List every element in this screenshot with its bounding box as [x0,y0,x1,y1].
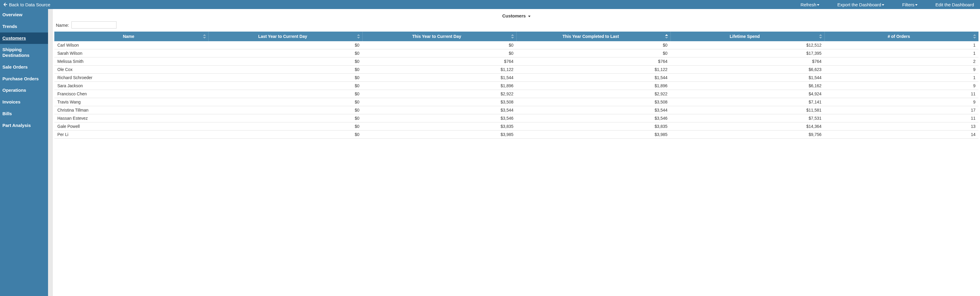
sidebar-item-operations[interactable]: Operations [0,85,48,96]
cell-name: Hassan Estevez [54,114,208,122]
sort-icon [973,34,976,38]
cell-orders: 13 [824,122,978,131]
cell-orders: 2 [824,58,978,66]
column-this-year-to-current-day[interactable]: This Year to Current Day [363,32,516,41]
cell-last-year: $0 [208,50,363,58]
top-menu-refresh[interactable]: Refresh [800,2,819,7]
sort-icon [511,34,514,38]
back-to-data-source-link[interactable]: Back to Data Source [3,2,51,7]
column-lifetime-spend[interactable]: Lifetime Spend [670,32,824,41]
cell-lifetime: $12,512 [670,41,824,50]
cell-this-year: $764 [363,58,516,66]
cell-completed: $0 [516,41,670,50]
main: Customers Name: NameLast Year to Current… [53,9,980,296]
cell-orders: 9 [824,66,978,74]
cell-this-year: $1,896 [363,82,516,90]
table-row[interactable]: Richard Schroeder$0$1,544$1,544$1,5441 [54,74,978,82]
sidebar-item-part-analysis[interactable]: Part Analysis [0,120,48,131]
cell-lifetime: $7,141 [670,98,824,106]
sidebar-item-purchase-orders[interactable]: Purchase Orders [0,73,48,85]
table-row[interactable]: Carl Wilson$0$0$0$12,5121 [54,41,978,50]
section-title-dropdown[interactable]: Customers [53,12,980,21]
cell-orders: 1 [824,41,978,50]
table-row[interactable]: Francisco Chen$0$2,922$2,922$4,92411 [54,90,978,98]
cell-name: Ole Cox [54,66,208,74]
cell-name: Travis Wang [54,98,208,106]
cell-last-year: $0 [208,122,363,131]
top-menu-edit-the-dashboard[interactable]: Edit the Dashboard [935,2,974,7]
cell-lifetime: $6,162 [670,82,824,90]
sort-icon [819,34,822,38]
top-menu: RefreshExport the DashboardFiltersEdit t… [800,2,977,7]
cell-last-year: $0 [208,131,363,139]
name-filter-input[interactable] [72,21,116,29]
sidebar-item-sale-orders[interactable]: Sale Orders [0,61,48,73]
sidebar-item-trends[interactable]: Trends [0,21,48,32]
arrow-left-icon [3,2,7,6]
filter-row: Name: [53,21,980,32]
sidebar-item-customers[interactable]: Customers [0,32,48,44]
cell-completed: $764 [516,58,670,66]
cell-name: Christina Tillman [54,106,208,114]
column-label: Name [123,34,134,39]
cell-completed: $1,122 [516,66,670,74]
sidebar: OverviewTrendsCustomersShipping Destinat… [0,9,48,296]
cell-last-year: $0 [208,82,363,90]
cell-lifetime: $14,364 [670,122,824,131]
table-row[interactable]: Sarah Wilson$0$0$0$17,3951 [54,50,978,58]
table-row[interactable]: Travis Wang$0$3,508$3,508$7,1419 [54,98,978,106]
column-this-year-completed-to-last[interactable]: This Year Completed to Last [516,32,670,41]
cell-orders: 9 [824,98,978,106]
cell-last-year: $0 [208,41,363,50]
cell-this-year: $3,835 [363,122,516,131]
table-row[interactable]: Ole Cox$0$1,122$1,122$6,6239 [54,66,978,74]
cell-last-year: $0 [208,98,363,106]
column-name[interactable]: Name [54,32,208,41]
sidebar-item-bills[interactable]: Bills [0,108,48,120]
sidebar-item-overview[interactable]: Overview [0,9,48,21]
cell-this-year: $3,508 [363,98,516,106]
cell-lifetime: $1,544 [670,74,824,82]
cell-completed: $2,922 [516,90,670,98]
sidebar-item-shipping-destinations[interactable]: Shipping Destinations [0,44,48,61]
cell-completed: $0 [516,50,670,58]
table-row[interactable]: Melissa Smith$0$764$764$7642 [54,58,978,66]
column-last-year-to-current-day[interactable]: Last Year to Current Day [208,32,363,41]
cell-this-year: $3,985 [363,131,516,139]
sort-icon [203,34,206,38]
column--of-orders[interactable]: # of Orders [824,32,978,41]
cell-lifetime: $11,581 [670,106,824,114]
cell-name: Sara Jackson [54,82,208,90]
cell-name: Carl Wilson [54,41,208,50]
cell-completed: $1,544 [516,74,670,82]
cell-orders: 14 [824,131,978,139]
table-row[interactable]: Hassan Estevez$0$3,546$3,546$7,53111 [54,114,978,122]
cell-this-year: $3,544 [363,106,516,114]
cell-lifetime: $6,623 [670,66,824,74]
cell-name: Francisco Chen [54,90,208,98]
cell-lifetime: $9,756 [670,131,824,139]
top-menu-export-the-dashboard[interactable]: Export the Dashboard [837,2,884,7]
cell-name: Richard Schroeder [54,74,208,82]
top-menu-filters[interactable]: Filters [902,2,918,7]
sidebar-item-invoices[interactable]: Invoices [0,96,48,108]
cell-name: Per Li [54,131,208,139]
cell-last-year: $0 [208,114,363,122]
cell-completed: $3,544 [516,106,670,114]
cell-this-year: $1,122 [363,66,516,74]
cell-last-year: $0 [208,66,363,74]
table-row[interactable]: Sara Jackson$0$1,896$1,896$6,1629 [54,82,978,90]
cell-orders: 1 [824,74,978,82]
gutter [48,9,53,296]
cell-completed: $3,985 [516,131,670,139]
cell-name: Sarah Wilson [54,50,208,58]
section-title-label: Customers [502,13,526,18]
column-label: # of Orders [888,34,910,39]
cell-completed: $3,835 [516,122,670,131]
table-row[interactable]: Per Li$0$3,985$3,985$9,75614 [54,131,978,139]
layout: OverviewTrendsCustomersShipping Destinat… [0,9,980,296]
table-row[interactable]: Gale Powell$0$3,835$3,835$14,36413 [54,122,978,131]
sort-icon [357,34,360,38]
table-row[interactable]: Christina Tillman$0$3,544$3,544$11,58117 [54,106,978,114]
cell-this-year: $0 [363,41,516,50]
